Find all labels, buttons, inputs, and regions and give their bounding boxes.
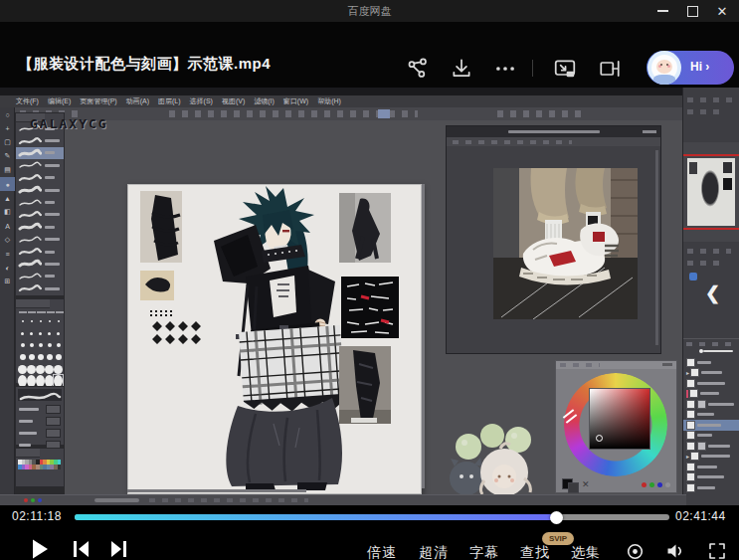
csp-canvas-artwork — [127, 184, 422, 494]
csp-status-bar — [0, 494, 686, 505]
player-header: 【服装设计配色与刻画】示范课.mp4 Hi — [0, 22, 739, 88]
next-button[interactable] — [109, 540, 128, 560]
playlist-button[interactable]: 选集 — [571, 544, 601, 560]
csp-menu-file: 文件(F) — [16, 95, 39, 107]
current-time: 02:11:18 — [12, 509, 62, 523]
speed-button[interactable]: 倍速 — [367, 544, 397, 560]
csp-color-wheel-panel: ✕ — [555, 360, 677, 493]
progress-handle[interactable] — [550, 511, 563, 524]
previous-button[interactable] — [72, 540, 91, 560]
csp-menu-select: 选择(S) — [190, 95, 213, 107]
find-button[interactable]: 查找 — [520, 544, 550, 560]
record-icon[interactable] — [627, 543, 644, 560]
svip-badge: SVIP — [542, 532, 574, 545]
more-icon[interactable] — [493, 57, 517, 81]
player-control-bar: 倍速 超清 字幕 查找 SVIP 选集 — [0, 527, 739, 560]
window-titlebar: 百度网盘 ✕ — [0, 0, 739, 22]
quality-button[interactable]: 超清 — [419, 544, 449, 560]
csp-brush-size-panel — [15, 298, 65, 384]
csp-tool-strip: ○+▢✎▤●▲◧A◇≡◐⊞ — [0, 107, 15, 494]
csp-menu-layer: 图层(L) — [158, 95, 181, 107]
csp-menu-edit: 编辑(E) — [48, 95, 71, 107]
share-icon[interactable] — [406, 57, 430, 81]
user-greeting: Hi › — [690, 60, 709, 74]
picture-in-picture-icon[interactable] — [553, 57, 577, 81]
total-time: 02:41:44 — [675, 509, 726, 523]
csp-reference-window — [446, 125, 661, 354]
panel-color-chip — [689, 273, 697, 280]
csp-brush-panel — [15, 112, 65, 296]
ref-photo-cap — [140, 271, 174, 300]
fullscreen-icon[interactable] — [708, 542, 726, 560]
progress-fill — [75, 514, 556, 520]
ref-photo-streetwear — [339, 193, 391, 263]
user-account-button[interactable]: Hi › — [647, 51, 734, 85]
ref-photo-pants — [339, 346, 391, 424]
transparent-color-icon: ✕ — [582, 479, 590, 489]
close-button[interactable]: ✕ — [707, 0, 737, 22]
csp-color-palette-panel — [15, 448, 65, 487]
volume-icon[interactable] — [665, 542, 684, 560]
collapse-chevron-icon: ❮ — [705, 282, 720, 304]
maximize-button[interactable] — [677, 0, 707, 22]
ref-photo-sneakers — [493, 168, 638, 319]
app-window: 百度网盘 ✕ 【服装设计配色与刻画】示范课.mp4 — [0, 0, 739, 560]
video-watermark: GALAXYCG — [30, 116, 108, 131]
ref-photo-jacket — [140, 191, 182, 263]
csp-canvas-vscrollbar — [422, 184, 425, 488]
csp-tool-property-panel — [15, 386, 65, 446]
video-surface[interactable]: 文件(F) 编辑(E) 页面管理(P) 动画(A) 图层(L) 选择(S) 视图… — [0, 88, 739, 505]
sv-picker-marker — [596, 435, 603, 442]
progress-bar[interactable] — [75, 514, 669, 520]
chibi-mascot-sticker — [441, 423, 552, 505]
csp-menu-help: 帮助(H) — [317, 95, 341, 107]
csp-right-panel-column: ❮ ▸▸ — [682, 88, 739, 505]
csp-menu-animation: 动画(A) — [126, 95, 149, 107]
csp-menu-view: 视图(V) — [222, 95, 245, 107]
csp-canvas-hscrollbar — [127, 489, 306, 492]
csp-layers-panel: ▸▸ — [683, 338, 739, 505]
csp-navigator-panel — [683, 142, 739, 242]
subtitle-button[interactable]: 字幕 — [469, 544, 499, 560]
minimize-button[interactable] — [647, 0, 677, 22]
video-title: 【服装设计配色与刻画】示范课.mp4 — [18, 55, 271, 74]
header-divider — [532, 60, 533, 77]
download-icon[interactable] — [450, 57, 473, 81]
csp-menu-page: 页面管理(P) — [80, 95, 116, 107]
mini-window-icon[interactable] — [598, 57, 622, 81]
ref-poster-graffiti — [341, 277, 399, 338]
window-title: 百度网盘 — [0, 0, 739, 22]
secondary-color-swatch — [568, 482, 579, 493]
canvas-dot-marks — [150, 310, 201, 344]
csp-toolbar — [0, 107, 739, 120]
progress-row: 02:11:18 02:41:44 — [0, 505, 739, 527]
play-button[interactable] — [30, 538, 50, 560]
csp-menu-filter: 滤镜(I) — [254, 95, 275, 107]
fashion-figure — [214, 186, 346, 490]
csp-menu-window: 窗口(W) — [283, 95, 308, 107]
csp-menu-bar: 文件(F) 编辑(E) 页面管理(P) 动画(A) 图层(L) 选择(S) 视图… — [0, 95, 739, 107]
user-avatar — [647, 51, 681, 85]
